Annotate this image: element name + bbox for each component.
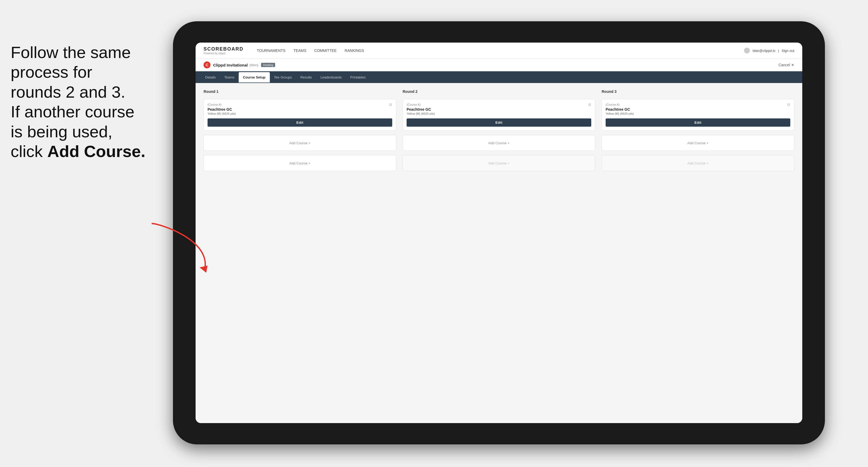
tab-tee-groups[interactable]: Tee Groups	[270, 72, 296, 83]
nav-right: blair@clippd.io | Sign out	[744, 48, 794, 54]
round-3-add-course-2: Add Course +	[602, 155, 794, 171]
round-1-course-name: Peachtree GC	[208, 107, 392, 112]
round-1-add-course-2[interactable]: Add Course +	[204, 155, 396, 171]
cancel-x-icon: ✕	[791, 63, 794, 67]
round-1-add-course-1[interactable]: Add Course +	[204, 135, 396, 151]
sign-out-link[interactable]: Sign out	[781, 49, 794, 53]
round-2-delete-icon[interactable]: ⊙	[587, 102, 592, 107]
round-3-title: Round 3	[602, 89, 794, 94]
nav-teams[interactable]: TEAMS	[293, 49, 306, 53]
tab-details[interactable]: Details	[201, 72, 220, 83]
logo-sub: Powered by clippd	[204, 52, 244, 55]
tournament-type: (Men)	[249, 63, 258, 67]
nav-rankings[interactable]: RANKINGS	[345, 49, 364, 53]
avatar-icon	[744, 48, 750, 54]
tournament-name: Clippd Invitational	[213, 63, 248, 67]
round-2-course-name: Peachtree GC	[407, 107, 591, 112]
round-3-delete-icon[interactable]: ⊙	[786, 102, 792, 107]
user-email: blair@clippd.io	[752, 49, 775, 53]
tab-teams[interactable]: Teams	[220, 72, 239, 83]
round-2-add-course-2: Add Course +	[403, 155, 595, 171]
round-2-add-course-1[interactable]: Add Course +	[403, 135, 595, 151]
tab-course-setup[interactable]: Course Setup	[239, 72, 270, 83]
round-2-course-card: ⊙ (Course A) Peachtree GC Yellow (M) (66…	[403, 99, 595, 131]
tab-leaderboards[interactable]: Leaderboards	[316, 72, 346, 83]
round-3-column: Round 3 ⊙ (Course A) Peachtree GC Yellow…	[602, 89, 794, 171]
round-1-add-course-text-2: Add Course +	[289, 161, 311, 165]
round-1-edit-button[interactable]: Edit	[208, 118, 392, 127]
round-3-course-details: Yellow (M) (6629 yds)	[606, 112, 790, 115]
hosting-badge: Hosting	[261, 63, 275, 67]
round-1-delete-icon[interactable]: ⊙	[388, 102, 393, 107]
logo-area: SCOREBOARD Powered by clippd	[204, 46, 244, 55]
logo-scoreboard: SCOREBOARD	[204, 46, 244, 52]
cancel-button[interactable]: Cancel ✕	[778, 63, 794, 67]
round-3-add-course-text-2: Add Course +	[687, 161, 709, 165]
round-2-edit-button[interactable]: Edit	[407, 118, 591, 127]
tab-results[interactable]: Results	[296, 72, 316, 83]
round-1-column: Round 1 ⊙ (Course A) Peachtree GC Yellow…	[204, 89, 396, 171]
round-1-add-course-text-1: Add Course +	[289, 141, 311, 145]
round-3-add-course-text-1: Add Course +	[687, 141, 709, 145]
tournament-logo: C	[204, 61, 211, 68]
nav-committee[interactable]: COMMITTEE	[314, 49, 337, 53]
instruction-text: Follow the same process for rounds 2 and…	[0, 42, 165, 161]
round-1-title: Round 1	[204, 89, 396, 94]
separator: |	[778, 49, 779, 53]
round-2-course-details: Yellow (M) (6629 yds)	[407, 112, 591, 115]
round-3-course-label: (Course A)	[606, 103, 790, 106]
tabs-bar: Details Teams Course Setup Tee Groups Re…	[195, 71, 802, 83]
round-1-course-label: (Course A)	[208, 103, 392, 106]
round-3-edit-button[interactable]: Edit	[606, 118, 790, 127]
round-2-column: Round 2 ⊙ (Course A) Peachtree GC Yellow…	[403, 89, 595, 171]
top-nav: SCOREBOARD Powered by clippd TOURNAMENTS…	[195, 42, 802, 59]
round-2-course-label: (Course A)	[407, 103, 591, 106]
round-2-add-course-text-1: Add Course +	[488, 141, 509, 145]
round-3-add-course-1[interactable]: Add Course +	[602, 135, 794, 151]
rounds-grid: Round 1 ⊙ (Course A) Peachtree GC Yellow…	[204, 89, 794, 171]
round-3-course-card: ⊙ (Course A) Peachtree GC Yellow (M) (66…	[602, 99, 794, 131]
tab-printables[interactable]: Printables	[346, 72, 370, 83]
tablet-screen: SCOREBOARD Powered by clippd TOURNAMENTS…	[195, 42, 802, 423]
tablet-frame: SCOREBOARD Powered by clippd TOURNAMENTS…	[173, 21, 825, 444]
round-2-add-course-text-2: Add Course +	[488, 161, 509, 165]
round-2-title: Round 2	[403, 89, 595, 94]
round-1-course-card: ⊙ (Course A) Peachtree GC Yellow (M) (66…	[204, 99, 396, 131]
nav-links: TOURNAMENTS TEAMS COMMITTEE RANKINGS	[257, 49, 364, 53]
nav-tournaments[interactable]: TOURNAMENTS	[257, 49, 285, 53]
main-content: Round 1 ⊙ (Course A) Peachtree GC Yellow…	[195, 83, 802, 423]
round-1-course-details: Yellow (M) (6629 yds)	[208, 112, 392, 115]
round-3-course-name: Peachtree GC	[606, 107, 790, 112]
tournament-bar: C Clippd Invitational (Men) Hosting Canc…	[195, 59, 802, 71]
